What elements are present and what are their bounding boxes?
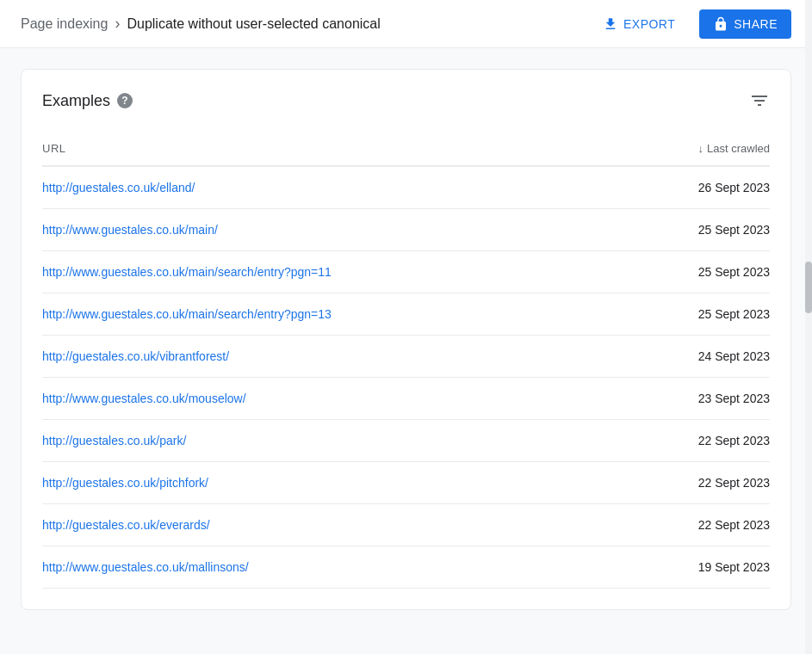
- col-date-header: ↓ Last crawled: [698, 142, 770, 155]
- row-date: 25 Sept 2023: [678, 307, 770, 321]
- download-icon: [603, 16, 618, 32]
- row-url: http://guestales.co.uk/vibrantforest/: [42, 349, 678, 363]
- row-url: http://guestales.co.uk/everards/: [42, 518, 678, 532]
- help-icon[interactable]: ?: [117, 93, 133, 108]
- header-actions: EXPORT SHARE: [589, 9, 791, 39]
- examples-card: Examples ? URL ↓ Last crawled http://gue…: [21, 69, 791, 610]
- scrollbar-track[interactable]: [805, 0, 812, 654]
- breadcrumb: Page indexing › Duplicate without user-s…: [21, 15, 381, 33]
- row-url: http://guestales.co.uk/elland/: [42, 181, 678, 194]
- row-url: http://www.guestales.co.uk/main/search/e…: [42, 265, 678, 279]
- table-row[interactable]: http://guestales.co.uk/everards/ 22 Sept…: [42, 504, 770, 546]
- table-header: URL ↓ Last crawled: [42, 132, 770, 167]
- table-row[interactable]: http://guestales.co.uk/pitchfork/ 22 Sep…: [42, 462, 770, 504]
- filter-icon[interactable]: [749, 90, 770, 111]
- table-row[interactable]: http://www.guestales.co.uk/mouselow/ 23 …: [42, 378, 770, 420]
- row-date: 22 Sept 2023: [678, 434, 770, 447]
- breadcrumb-parent[interactable]: Page indexing: [21, 16, 108, 32]
- table-rows: http://guestales.co.uk/elland/ 26 Sept 2…: [42, 167, 770, 589]
- breadcrumb-current: Duplicate without user-selected canonica…: [127, 16, 380, 32]
- export-button[interactable]: EXPORT: [589, 9, 689, 39]
- table-row[interactable]: http://guestales.co.uk/park/ 22 Sept 202…: [42, 420, 770, 462]
- row-url: http://www.guestales.co.uk/mallinsons/: [42, 560, 678, 574]
- table-row[interactable]: http://www.guestales.co.uk/main/search/e…: [42, 251, 770, 293]
- scrollbar-thumb[interactable]: [805, 262, 812, 313]
- row-date: 22 Sept 2023: [678, 518, 770, 532]
- card-title-area: Examples ?: [42, 92, 133, 110]
- table-row[interactable]: http://www.guestales.co.uk/main/ 25 Sept…: [42, 209, 770, 251]
- row-url: http://www.guestales.co.uk/main/: [42, 223, 678, 237]
- table-row[interactable]: http://www.guestales.co.uk/main/search/e…: [42, 293, 770, 336]
- row-date: 23 Sept 2023: [678, 392, 770, 405]
- examples-table: URL ↓ Last crawled http://guestales.co.u…: [42, 132, 770, 589]
- col-url-header: URL: [42, 142, 698, 155]
- row-date: 26 Sept 2023: [678, 181, 770, 194]
- row-date: 24 Sept 2023: [678, 349, 770, 363]
- card-title: Examples: [42, 92, 110, 110]
- row-date: 22 Sept 2023: [678, 476, 770, 490]
- row-url: http://guestales.co.uk/park/: [42, 434, 678, 447]
- lock-icon: [713, 16, 728, 32]
- sort-down-icon: ↓: [698, 142, 704, 155]
- share-button[interactable]: SHARE: [699, 9, 791, 39]
- row-url: http://www.guestales.co.uk/main/search/e…: [42, 307, 678, 321]
- row-date: 25 Sept 2023: [678, 265, 770, 279]
- card-header: Examples ?: [42, 90, 770, 111]
- table-row[interactable]: http://www.guestales.co.uk/mallinsons/ 1…: [42, 546, 770, 589]
- main-content: Examples ? URL ↓ Last crawled http://gue…: [0, 48, 812, 631]
- row-date: 19 Sept 2023: [678, 560, 770, 574]
- table-row[interactable]: http://guestales.co.uk/vibrantforest/ 24…: [42, 336, 770, 378]
- row-date: 25 Sept 2023: [678, 223, 770, 237]
- row-url: http://guestales.co.uk/pitchfork/: [42, 476, 678, 490]
- row-url: http://www.guestales.co.uk/mouselow/: [42, 392, 678, 405]
- page-header: Page indexing › Duplicate without user-s…: [0, 0, 812, 48]
- table-row[interactable]: http://guestales.co.uk/elland/ 26 Sept 2…: [42, 167, 770, 209]
- breadcrumb-separator: ›: [115, 15, 120, 33]
